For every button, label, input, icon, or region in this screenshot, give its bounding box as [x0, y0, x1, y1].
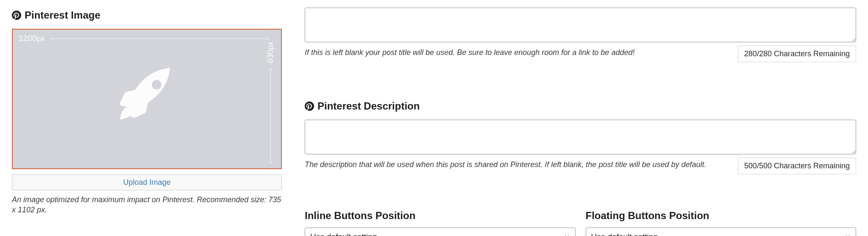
- pinterest-image-heading: Pinterest Image: [12, 9, 282, 21]
- pinterest-title-help: If this is left blank your post title wi…: [305, 47, 731, 58]
- dimension-height-label: 630px: [266, 41, 275, 63]
- floating-buttons-position-select[interactable]: Use default setting: [586, 228, 857, 236]
- pinterest-image-placeholder[interactable]: 1200px 630px: [12, 29, 282, 169]
- pinterest-description-textarea[interactable]: [305, 120, 856, 154]
- dimension-width-guide: 1200px: [19, 34, 268, 43]
- dimension-width-label: 1200px: [19, 34, 45, 43]
- pinterest-icon: [305, 102, 314, 111]
- pinterest-description-title: Pinterest Description: [317, 100, 420, 112]
- pinterest-title-counter: 280/280 Characters Remaining: [738, 46, 856, 62]
- pinterest-description-counter: 500/500 Characters Remaining: [738, 158, 856, 174]
- inline-buttons-position-select[interactable]: Use default setting: [305, 228, 576, 236]
- rocket-icon: [109, 61, 185, 137]
- pinterest-title-textarea[interactable]: [305, 8, 856, 42]
- floating-buttons-position-heading: Floating Buttons Position: [586, 210, 857, 222]
- pinterest-description-heading: Pinterest Description: [305, 100, 856, 112]
- dimension-height-guide: 630px: [266, 41, 275, 163]
- pinterest-image-title: Pinterest Image: [25, 9, 100, 21]
- dimension-width-rule: [51, 38, 268, 39]
- dimension-height-rule: [270, 69, 271, 163]
- inline-buttons-position-heading: Inline Buttons Position: [305, 210, 576, 222]
- pinterest-image-help: An image optimized for maximum impact on…: [12, 195, 282, 215]
- pinterest-icon: [12, 11, 21, 20]
- upload-image-button[interactable]: Upload Image: [12, 174, 282, 190]
- pinterest-description-help: The description that will be used when t…: [305, 159, 731, 170]
